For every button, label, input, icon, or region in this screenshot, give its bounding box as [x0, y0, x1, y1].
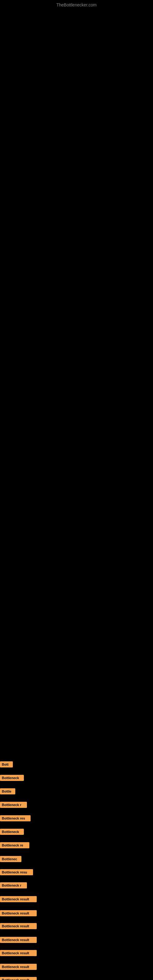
bottleneck-result-item: Bottleneck res [0, 815, 30, 821]
bottleneck-result-item: Bottleneck r [0, 802, 27, 808]
site-title: TheBottlenecker.com [0, 0, 153, 7]
bottleneck-result-item: Bottleneck result [0, 923, 37, 929]
bottleneck-result-item: Bottleneck r [0, 882, 27, 888]
bottleneck-result-item: Bottle [0, 788, 15, 794]
bottleneck-result-item: Bottleneck [0, 829, 24, 835]
bottleneck-result-item: Bottleneck result [0, 977, 37, 980]
bottleneck-result-item: Bottleneck result [0, 910, 37, 916]
bottleneck-result-item: Bottleneck resu [0, 869, 33, 875]
bottleneck-result-item: Bottleneck result [0, 937, 37, 943]
bottleneck-result-item: Bottlenec [0, 856, 21, 862]
bottleneck-result-item: Bottleneck result [0, 896, 37, 902]
bottleneck-result-item: Bottleneck result [0, 950, 37, 956]
bottleneck-result-item: Bottleneck re [0, 842, 29, 848]
bottleneck-result-item: Bottleneck [0, 775, 24, 781]
bottleneck-result-item: Bottleneck result [0, 964, 37, 970]
bottleneck-result-item: Bott [0, 761, 13, 767]
